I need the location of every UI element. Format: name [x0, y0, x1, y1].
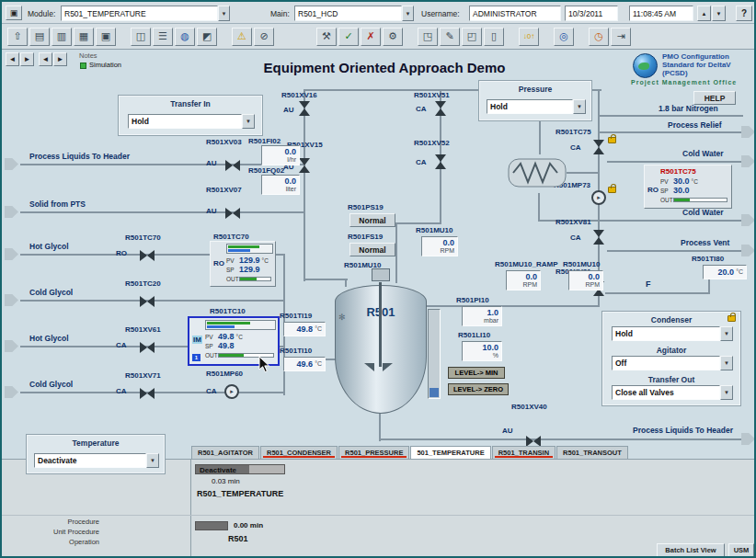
- display-up-icon[interactable]: ⇧: [7, 28, 28, 46]
- alarm-bell-icon[interactable]: ⚠: [232, 28, 252, 46]
- chevron-down-icon[interactable]: ▼: [242, 114, 255, 129]
- indicator-ti19[interactable]: 49.8 °C: [283, 322, 326, 336]
- select-value[interactable]: Close all Valves: [612, 385, 720, 400]
- select-value[interactable]: Hold: [612, 326, 720, 341]
- clock-icon[interactable]: ◷: [589, 28, 609, 46]
- system-menu-icon[interactable]: ▣: [6, 6, 22, 20]
- chevron-down-icon[interactable]: ▼: [402, 6, 414, 21]
- back-icon[interactable]: ◄: [6, 52, 19, 66]
- valve-xv15[interactable]: [299, 158, 310, 177]
- valve-xv81[interactable]: [593, 230, 604, 248]
- suppress-icon[interactable]: ↓0↑: [519, 28, 539, 46]
- valve-xv16[interactable]: [299, 101, 310, 120]
- trend-icon[interactable]: ▥: [52, 28, 72, 46]
- valve-mode: AU: [206, 159, 217, 167]
- ack-icon[interactable]: ✓: [338, 28, 359, 46]
- pv-value: 49.8: [218, 332, 235, 341]
- heat-exchanger[interactable]: [508, 153, 567, 197]
- indicator-tag: R501PI10: [456, 296, 489, 304]
- tab-r501-pressure[interactable]: R501_PRESSURE: [338, 446, 409, 459]
- alarm-mute-icon[interactable]: ⊘: [254, 28, 274, 46]
- help-icon[interactable]: ?: [736, 6, 752, 21]
- windows-icon[interactable]: ◰: [462, 28, 482, 46]
- display-forward-icon[interactable]: ►: [53, 52, 67, 66]
- valve-tc70[interactable]: [140, 248, 155, 265]
- valve-xv61[interactable]: [140, 340, 155, 357]
- indicator-ps19[interactable]: Normal: [349, 213, 395, 227]
- chevron-down-icon[interactable]: ▼: [573, 99, 586, 114]
- indicator-mu10-sp[interactable]: 0.0 RPM: [421, 236, 458, 256]
- indicator-fi02[interactable]: 0.0 l/hr: [261, 145, 300, 165]
- valve-xv03[interactable]: [225, 158, 240, 175]
- condenser-select: Hold ▼: [612, 326, 733, 341]
- tab-r501-temperature[interactable]: 501_TEMPERATURE: [410, 446, 490, 459]
- display-back-icon[interactable]: ◄: [39, 52, 52, 66]
- faceplate-tc75[interactable]: RO R501TC75 PV30.0°C SP30.0 OUT: [644, 165, 732, 209]
- usm-button[interactable]: USM: [728, 543, 754, 557]
- indicator-pi10[interactable]: 1.0 mbar: [462, 306, 502, 326]
- username-field[interactable]: ADMINISTRATOR: [469, 6, 561, 21]
- main-combo-value[interactable]: R501_HCD: [294, 6, 402, 21]
- agitator-motor[interactable]: [372, 268, 390, 281]
- select-value[interactable]: Hold: [487, 99, 573, 114]
- tools-icon[interactable]: ⚒: [316, 28, 337, 46]
- chevron-down-icon[interactable]: ▼: [720, 385, 733, 400]
- valve-tc75[interactable]: [593, 140, 604, 158]
- valve-tag: R501XV61: [125, 325, 161, 334]
- valve-xv51[interactable]: [435, 101, 446, 120]
- spin-up-icon[interactable]: ▲: [697, 6, 711, 21]
- explorer-icon[interactable]: ☰: [153, 28, 173, 46]
- exit-icon[interactable]: ⇥: [611, 28, 631, 46]
- tile-icon[interactable]: ◫: [131, 28, 151, 46]
- reject-icon[interactable]: ✗: [361, 28, 381, 46]
- tab-r501-transout[interactable]: R501_TRANSOUT: [556, 446, 628, 459]
- pump-mp60[interactable]: ▸: [224, 384, 239, 399]
- pump-mp73[interactable]: ▸: [591, 190, 606, 205]
- valve-xv52[interactable]: [435, 154, 446, 173]
- clipboard-icon[interactable]: ▯: [484, 28, 504, 46]
- valve-tc20[interactable]: [140, 294, 155, 311]
- tab-r501-condenser[interactable]: R501_CONDENSER: [260, 446, 338, 459]
- picture-icon[interactable]: ▣: [96, 28, 116, 46]
- print-preview-icon[interactable]: ◳: [418, 28, 438, 46]
- indicator-fs19[interactable]: Normal: [349, 243, 395, 256]
- level-zero-button[interactable]: LEVEL-> ZERO: [448, 383, 509, 395]
- chevron-down-icon[interactable]: ▼: [218, 6, 230, 21]
- select-value[interactable]: Off: [612, 356, 720, 370]
- help-button[interactable]: HELP: [693, 91, 736, 105]
- globe-icon[interactable]: ◍: [175, 28, 195, 46]
- indicator-fq02[interactable]: 0.0 liter: [261, 175, 300, 195]
- select-value[interactable]: Deactivate: [34, 453, 146, 468]
- disk-icon[interactable]: ◩: [197, 28, 217, 46]
- chart-icon[interactable]: ▦: [74, 28, 94, 46]
- valve-xv07[interactable]: [225, 206, 240, 222]
- valve-xv71[interactable]: [140, 386, 155, 403]
- faceplate-tc70[interactable]: RO PV129.9°C SP129.9 OUT: [210, 241, 276, 287]
- select-value[interactable]: Hold: [128, 114, 242, 129]
- indicator-ti10[interactable]: 49.6 °C: [283, 357, 326, 371]
- unit-step-bar[interactable]: [195, 521, 228, 530]
- tab-r501-agitator[interactable]: R501_AGITATOR: [191, 446, 259, 459]
- level-min-button[interactable]: LEVEL-> MIN: [448, 367, 505, 379]
- indicator-mu10-pv[interactable]: 0.0 RPM: [568, 270, 603, 290]
- indicator-value: 0.0: [525, 272, 537, 281]
- chevron-down-icon[interactable]: ▼: [720, 356, 733, 370]
- transfer-in-select: Hold ▼: [128, 114, 255, 129]
- zoom-icon[interactable]: ◎: [554, 28, 574, 46]
- tab-r501-transin[interactable]: R501_TRANSIN: [492, 446, 556, 459]
- indicator-value: 0.0: [442, 238, 454, 247]
- spin-down-icon[interactable]: ▼: [712, 6, 726, 21]
- print-icon[interactable]: ▤: [29, 28, 50, 46]
- chevron-down-icon[interactable]: ▼: [146, 453, 159, 468]
- chevron-down-icon[interactable]: ▼: [720, 326, 733, 341]
- sfc-step-bar[interactable]: Deactivate: [195, 464, 285, 474]
- notes-icon[interactable]: ✎: [440, 28, 460, 46]
- batch-list-view-button[interactable]: Batch List View: [657, 543, 725, 557]
- forward-icon[interactable]: ►: [20, 52, 34, 66]
- gear-icon[interactable]: ⚙: [383, 28, 403, 46]
- indicator-ti80[interactable]: 20.0 °C: [703, 265, 747, 279]
- indicator-mu10-ramp[interactable]: 0.0 RPM: [506, 270, 541, 290]
- indicator-li10[interactable]: 10.0 %: [462, 341, 502, 361]
- date-display: 10/3/2011: [565, 6, 618, 21]
- module-combo-value[interactable]: R501_TEMPERATURE: [61, 6, 218, 21]
